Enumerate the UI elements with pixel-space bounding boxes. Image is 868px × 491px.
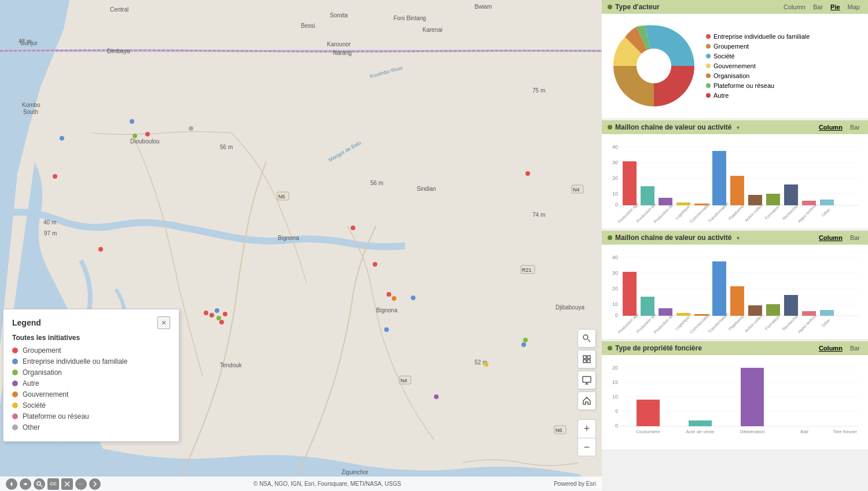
section2-btn-bar[interactable]: Bar [848,123,862,131]
section-maillon-1: Maillon chaîne de valeur ou activité ▾ C… [602,120,868,228]
legend-label-entreprise: Entreprise individuelle ou familiale [23,357,127,366]
section1-btn-pie[interactable]: Pie [828,3,843,11]
place-dimbaya: Dimbaya [107,48,130,54]
location-off-icon[interactable] [61,478,73,490]
section2-title: Maillon chaîne de valeur ou activité [615,123,731,131]
more-icon[interactable]: ··· [75,478,87,490]
svg-rect-13 [583,376,591,382]
nav-icon-2[interactable] [20,478,31,490]
svg-point-7 [583,335,588,339]
svg-rect-77 [730,286,744,316]
section1-btn-column[interactable]: Column [781,3,808,11]
svg-text:Bail: Bail [800,429,808,434]
section-type-acteur-header: Type d'acteur Column Bar Pie Map [602,0,868,14]
svg-text:0: 0 [615,423,618,429]
legend-title: Legend [12,318,41,327]
nav-icon-1[interactable] [6,478,17,490]
svg-text:Plateforme: Plateforme [728,315,745,331]
road-n4: N4 [573,187,580,193]
home-button[interactable] [578,392,596,410]
pie-dot-gouvernement [706,64,711,68]
svg-text:30: 30 [612,160,618,165]
header-dot-2 [608,125,612,130]
legend-dot-entreprise [12,359,18,364]
zoom-controls: + − [578,419,596,456]
elev-74: 74 m [532,212,545,218]
pie-label-autre: Autre [713,92,729,99]
svg-text:40: 40 [612,254,618,260]
section4-btn-column[interactable]: Column [816,344,845,352]
map-dot [145,132,150,136]
section2-btn-column[interactable]: Column [816,123,845,131]
section3-btn-bar[interactable]: Bar [848,234,862,242]
section-maillon-2: Maillon chaîne de valeur ou activité ▾ C… [602,231,868,339]
section3-btn-column[interactable]: Column [816,234,845,242]
section3-filter[interactable]: ▾ [737,235,740,241]
svg-rect-81 [766,304,780,316]
legend-dot-groupement [12,348,18,353]
map-dot [392,296,396,301]
search-icon[interactable] [34,478,45,490]
svg-text:20: 20 [612,286,618,291]
map-container[interactable]: Central Bwiam Foni Bintang Karenai Bessi… [0,0,602,491]
place-somita: Somita [330,12,348,19]
pie-legend-organisation: Organisation [706,72,810,79]
bar-chart-1-svg: 40 30 20 10 0 Production agri. Productio… [608,140,862,224]
map-dot [384,327,389,332]
legend-item-gouvernement: Gouvernement [12,390,170,398]
pie-legend-groupement: Groupement [706,43,810,50]
header-dot [608,5,612,9]
zoom-in-button[interactable]: + [578,419,596,438]
extent-button[interactable] [578,350,596,368]
bar-chart-2-svg: 40 30 20 10 0 Production agri. Productio… [608,250,862,334]
place-foni-bintang: Foni Bintang [393,15,426,21]
legend-item-autre: Autre [12,379,170,387]
elev-42: 42 m [19,38,31,45]
svg-text:Coutumière: Coutumière [636,429,660,434]
map-dot [523,338,528,342]
screen-button[interactable] [578,371,596,389]
right-panel: Type d'acteur Column Bar Pie Map [602,0,868,491]
svg-text:10: 10 [612,191,618,197]
svg-text:5: 5 [615,408,618,414]
legend-label-organisation: Organisation [23,368,62,376]
svg-text:Other: Other [821,318,832,328]
legend-dot-other [12,424,18,430]
search-map-button[interactable] [578,329,596,348]
svg-text:20: 20 [612,175,618,181]
cc-icon[interactable]: CC [47,478,59,490]
svg-text:Formation: Formation [764,205,780,220]
map-dot [53,174,57,179]
legend-item-other: Other [12,423,170,431]
forward-icon[interactable] [89,478,101,490]
map-dot [521,342,526,347]
map-dot [98,247,103,252]
legend-dot-organisation [12,370,18,375]
svg-rect-10 [587,360,590,363]
place-bignona-area: Bignona [278,235,299,241]
place-karenai: Karenai [422,27,442,33]
place-bessi: Bessi [301,23,315,29]
svg-text:10: 10 [612,394,618,400]
svg-text:Other: Other [821,207,832,217]
legend-dot-autre [12,381,18,386]
svg-text:Délibération: Délibération [740,429,765,434]
svg-text:Plateforme: Plateforme [728,204,745,221]
attribution-text: © NSA, NGO, IGN, Esri, Foursquare, METI/… [105,481,549,487]
pie-dot-autre [706,93,711,98]
elev-40: 40 m [43,219,56,226]
map-controls [578,329,596,410]
legend-close-button[interactable]: × [157,316,170,329]
section1-btn-map[interactable]: Map [845,3,862,11]
section2-filter[interactable]: ▾ [737,124,740,131]
map-dot [189,126,193,131]
svg-rect-75 [712,261,726,316]
svg-rect-11 [587,356,590,359]
section4-btn-bar[interactable]: Bar [848,344,862,352]
zoom-out-button[interactable]: − [578,438,596,456]
svg-point-16 [37,482,41,485]
elev-56b: 56 m [370,180,383,186]
map-dot [411,296,415,300]
section1-btn-bar[interactable]: Bar [811,3,825,11]
svg-line-8 [588,339,590,342]
